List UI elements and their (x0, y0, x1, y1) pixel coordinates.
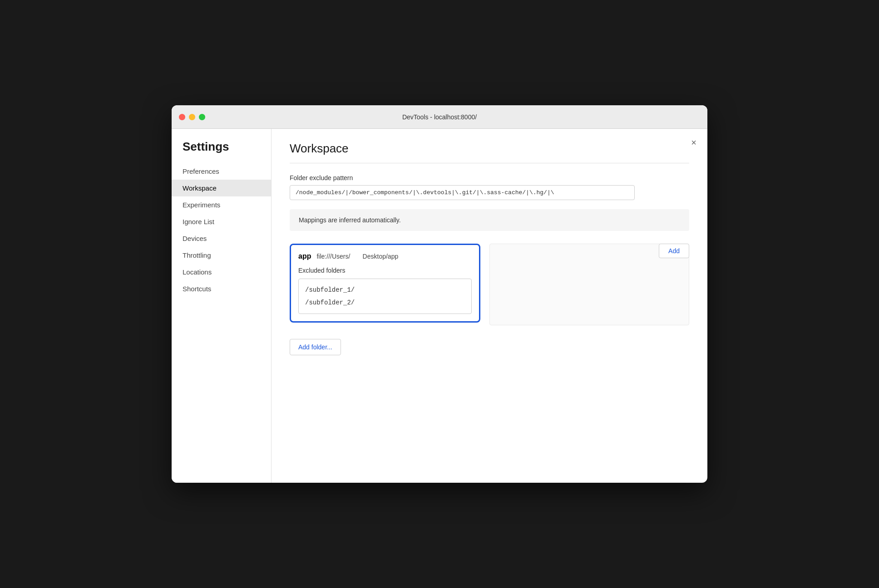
add-folder-button[interactable]: Add folder... (290, 339, 341, 355)
section-divider (290, 163, 689, 163)
page-title: Workspace (290, 142, 689, 156)
folder-name: app (298, 252, 311, 260)
window-title: DevTools - localhost:8000/ (402, 113, 477, 121)
titlebar: DevTools - localhost:8000/ (172, 105, 707, 129)
sidebar-item-ignore-list[interactable]: Ignore List (172, 213, 271, 230)
sidebar-item-experiments[interactable]: Experiments (172, 196, 271, 213)
add-excluded-folder-button[interactable]: Add (659, 244, 689, 258)
sidebar-item-devices[interactable]: Devices (172, 230, 271, 247)
folder-path: file:///Users/ Desktop/app (316, 253, 398, 260)
maximize-traffic-light[interactable] (199, 114, 205, 120)
sidebar-item-workspace[interactable]: Workspace (172, 180, 271, 196)
close-traffic-light[interactable] (179, 114, 185, 120)
excluded-item: /subfolder_2/ (305, 296, 465, 309)
devtools-window: DevTools - localhost:8000/ Settings Pref… (172, 105, 707, 483)
minimize-traffic-light[interactable] (189, 114, 195, 120)
folder-card: app file:///Users/ Desktop/app Excluded … (290, 244, 480, 323)
info-box: Mappings are inferred automatically. (290, 209, 689, 231)
sidebar-item-locations[interactable]: Locations (172, 264, 271, 280)
excluded-list: /subfolder_1/ /subfolder_2/ (298, 279, 472, 314)
main-content: × Workspace Folder exclude pattern Mappi… (272, 129, 707, 483)
sidebar-heading: Settings (172, 140, 271, 163)
workspace-row: app file:///Users/ Desktop/app Excluded … (290, 244, 689, 325)
close-settings-button[interactable]: × (691, 138, 696, 147)
folder-card-header: app file:///Users/ Desktop/app (298, 252, 472, 260)
info-message: Mappings are inferred automatically. (299, 216, 401, 224)
folder-exclude-label: Folder exclude pattern (290, 174, 689, 181)
excluded-folders-label: Excluded folders (298, 267, 472, 274)
sidebar-item-throttling[interactable]: Throttling (172, 247, 271, 264)
folder-exclude-input[interactable] (290, 185, 635, 200)
sidebar-item-shortcuts[interactable]: Shortcuts (172, 280, 271, 297)
add-button-container: Add (659, 244, 689, 258)
sidebar: Settings Preferences Workspace Experimen… (172, 129, 272, 483)
sidebar-item-preferences[interactable]: Preferences (172, 163, 271, 180)
traffic-lights (179, 114, 205, 120)
excluded-item: /subfolder_1/ (305, 284, 465, 296)
window-body: Settings Preferences Workspace Experimen… (172, 129, 707, 483)
